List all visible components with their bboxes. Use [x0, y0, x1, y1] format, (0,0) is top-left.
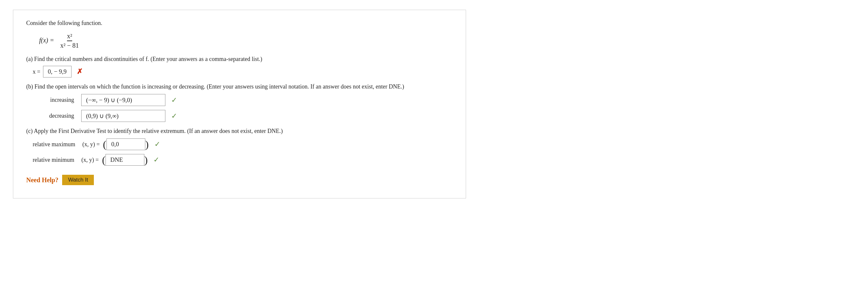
rel-min-expr: ( DNE ) [102, 154, 148, 166]
increasing-check-icon: ✓ [171, 96, 177, 104]
rel-max-input[interactable]: 0,0 [106, 138, 145, 150]
function-denominator: x² − 81 [60, 41, 79, 49]
function-fraction: x² x² − 81 [60, 32, 79, 49]
rel-min-xy-label: (x, y) = [81, 157, 99, 163]
part-b-text: (b) Find the open intervals on which the… [26, 83, 453, 90]
part-a-text: (a) Find the critical numbers and discon… [26, 56, 453, 62]
watch-it-button[interactable]: Watch It [62, 175, 94, 185]
part-a-answer-row: x = 0, − 9,9 ✗ [33, 66, 453, 78]
function-numerator: x² [67, 32, 72, 41]
page-container: Consider the following function. f(x) = … [13, 10, 466, 198]
decreasing-check-icon: ✓ [171, 112, 177, 120]
function-label: f(x) = [39, 37, 54, 44]
x-input[interactable]: 0, − 9,9 [43, 66, 71, 78]
increasing-input[interactable]: (−∞, − 9) ∪ (−9,0) [81, 94, 165, 106]
rel-max-xy-label: (x, y) = [82, 141, 100, 148]
rel-min-row: relative minimum (x, y) = ( DNE ) ✓ [33, 154, 453, 166]
problem-intro: Consider the following function. [26, 20, 453, 27]
part-c-text: (c) Apply the First Derivative Test to i… [26, 128, 453, 135]
need-help-row: Need Help? Watch It [26, 175, 453, 185]
increasing-row: increasing (−∞, − 9) ∪ (−9,0) ✓ [33, 94, 453, 106]
left-paren-rel-min: ( [102, 155, 105, 165]
rel-min-check-icon: ✓ [153, 156, 159, 164]
decreasing-row: decreasing (0,9) ∪ (9,∞) ✓ [33, 110, 453, 122]
need-help-label: Need Help? [26, 177, 58, 184]
function-display: f(x) = x² x² − 81 [39, 32, 453, 49]
left-paren-rel-max: ( [103, 139, 106, 150]
rel-min-label: relative minimum [33, 157, 78, 163]
rel-max-row: relative maximum (x, y) = ( 0,0 ) ✓ [33, 138, 453, 150]
rel-min-input[interactable]: DNE [105, 154, 144, 166]
decreasing-label: decreasing [33, 112, 78, 119]
rel-max-label: relative maximum [33, 141, 79, 148]
decreasing-input[interactable]: (0,9) ∪ (9,∞) [81, 110, 165, 122]
increasing-label: increasing [33, 97, 78, 103]
rel-max-check-icon: ✓ [154, 140, 160, 148]
right-paren-rel-min: ) [144, 155, 148, 165]
rel-max-expr: ( 0,0 ) [103, 138, 149, 150]
right-paren-rel-max: ) [145, 139, 149, 150]
x-label: x = [33, 69, 40, 75]
x-incorrect-icon: ✗ [77, 68, 83, 76]
